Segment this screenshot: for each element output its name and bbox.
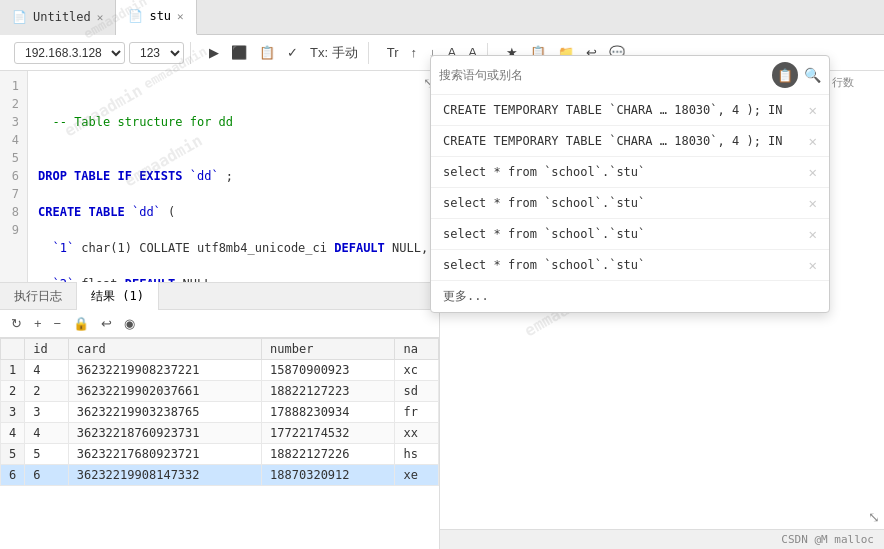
cell-number-0[interactable]: 15870900923 (262, 360, 395, 381)
cell-number-3[interactable]: 17722174532 (262, 423, 395, 444)
check-button[interactable]: ✓ (283, 43, 302, 62)
line-num-8: 8 (8, 203, 19, 221)
port-select[interactable]: 123 (129, 42, 184, 64)
tab-log-label: 执行日志 (14, 289, 62, 303)
cell-rownum-3: 4 (1, 423, 25, 444)
history-item-4[interactable]: select * from `school`.`stu` ✕ (431, 219, 829, 250)
undo-button[interactable]: ↩ (98, 314, 115, 333)
tab-label-untitled: Untitled (33, 10, 91, 24)
delete-history-3[interactable]: ✕ (809, 195, 817, 211)
cell-rownum-1: 2 (1, 381, 25, 402)
cell-number-4[interactable]: 18822127226 (262, 444, 395, 465)
delete-history-1[interactable]: ✕ (809, 133, 817, 149)
cell-id-2[interactable]: 3 (25, 402, 68, 423)
eye-button[interactable]: ◉ (121, 314, 138, 333)
code-line-7: `2` float DEFAULT NULL (38, 275, 439, 282)
cell-card-2[interactable]: 36232219903238765 (68, 402, 261, 423)
th-card[interactable]: card (68, 339, 261, 360)
tab-untitled[interactable]: 📄 Untitled ✕ (0, 0, 116, 35)
dropdown-search-input[interactable] (439, 68, 766, 82)
th-id[interactable]: id (25, 339, 68, 360)
cell-card-4[interactable]: 36232217680923721 (68, 444, 261, 465)
history-item-5[interactable]: select * from `school`.`stu` ✕ (431, 250, 829, 281)
cell-number-1[interactable]: 18822127223 (262, 381, 395, 402)
explain-button[interactable]: 📋 (255, 43, 279, 62)
result-toolbar: ↻ + − 🔒 ↩ ◉ (0, 310, 439, 338)
line-numbers: 1 2 3 4 5 6 7 8 9 (0, 71, 28, 282)
history-item-1[interactable]: CREATE TEMPORARY TABLE `CHARA … 18030`, … (431, 126, 829, 157)
table-row[interactable]: 2 2 36232219902037661 18822127223 sd (1, 381, 439, 402)
tab-close-untitled[interactable]: ✕ (97, 11, 104, 24)
stop-button[interactable]: ⬛ (227, 43, 251, 62)
cell-rownum-5: 6 (1, 465, 25, 486)
history-item-3[interactable]: select * from `school`.`stu` ✕ (431, 188, 829, 219)
table-row[interactable]: 5 5 36232217680923721 18822127226 hs (1, 444, 439, 465)
cell-id-0[interactable]: 4 (25, 360, 68, 381)
cell-card-5[interactable]: 36232219908147332 (68, 465, 261, 486)
text-button[interactable]: Tr (383, 43, 403, 62)
history-dropdown[interactable]: 📋 🔍 CREATE TEMPORARY TABLE `CHARA … 1803… (430, 55, 830, 313)
code-content[interactable]: -- Table structure for dd DROP TABLE IF … (28, 71, 439, 282)
th-na[interactable]: na (395, 339, 439, 360)
right-expand-button[interactable]: ⤡ (868, 509, 880, 525)
history-item-text-1: CREATE TEMPORARY TABLE `CHARA … 18030`, … (443, 134, 783, 148)
delete-history-0[interactable]: ✕ (809, 102, 817, 118)
line-num-2: 2 (8, 95, 19, 113)
cell-rownum-0: 1 (1, 360, 25, 381)
tab-stu[interactable]: 📄 stu ✕ (116, 0, 196, 35)
host-select[interactable]: 192.168.3.128 (14, 42, 125, 64)
cell-number-5[interactable]: 18870320912 (262, 465, 395, 486)
history-item-2[interactable]: select * from `school`.`stu` ✕ (431, 157, 829, 188)
refresh-button[interactable]: ↻ (8, 314, 25, 333)
delete-history-5[interactable]: ✕ (809, 257, 817, 273)
search-icon: 🔍 (804, 67, 821, 83)
tab-close-stu[interactable]: ✕ (177, 10, 184, 23)
line-num-6: 6 (8, 167, 19, 185)
table-row[interactable]: 3 3 36232219903238765 17888230934 fr (1, 402, 439, 423)
cell-rownum-4: 5 (1, 444, 25, 465)
table-row[interactable]: 1 4 36232219908237221 15870900923 xc (1, 360, 439, 381)
cell-id-3[interactable]: 4 (25, 423, 68, 444)
data-table-wrap[interactable]: emmaadmin emmaadmin id card number na 1 … (0, 338, 439, 549)
cell-number-2[interactable]: 17888230934 (262, 402, 395, 423)
tab-execution-log[interactable]: 执行日志 (0, 282, 77, 310)
editor-lines: 1 2 3 4 5 6 7 8 9 -- Table structure for… (0, 71, 439, 282)
cell-id-1[interactable]: 2 (25, 381, 68, 402)
table-header-row: id card number na (1, 339, 439, 360)
cell-card-0[interactable]: 36232219908237221 (68, 360, 261, 381)
table-row[interactable]: 6 6 36232219908147332 18870320912 xe (1, 465, 439, 486)
run-button[interactable]: ▶ (205, 43, 223, 62)
footer-brand: CSDN @M malloc (781, 533, 874, 546)
tx-button[interactable]: Tx: 手动 (306, 42, 362, 64)
more-history-button[interactable]: 更多... (431, 281, 829, 312)
cell-na-2[interactable]: fr (395, 402, 439, 423)
cell-na-5[interactable]: xe (395, 465, 439, 486)
dropdown-search-bar: 📋 🔍 (431, 56, 829, 95)
cell-id-4[interactable]: 5 (25, 444, 68, 465)
add-row-button[interactable]: + (31, 314, 45, 333)
cell-card-1[interactable]: 36232219902037661 (68, 381, 261, 402)
footer-bar: CSDN @M malloc (440, 529, 884, 549)
table-row[interactable]: 4 4 36232218760923731 17722174532 xx (1, 423, 439, 444)
history-item-0[interactable]: CREATE TEMPORARY TABLE `CHARA … 18030`, … (431, 95, 829, 126)
sql-editor[interactable]: emmaadmin emmaadmin 1 2 3 4 5 6 7 8 9 --… (0, 71, 439, 282)
history-icon[interactable]: 📋 (772, 62, 798, 88)
delete-history-2[interactable]: ✕ (809, 164, 817, 180)
cell-na-3[interactable]: xx (395, 423, 439, 444)
cell-na-4[interactable]: hs (395, 444, 439, 465)
tab-results[interactable]: 结果 (1) (77, 282, 159, 310)
cell-card-3[interactable]: 36232218760923731 (68, 423, 261, 444)
lock-button[interactable]: 🔒 (70, 314, 92, 333)
cell-id-5[interactable]: 6 (25, 465, 68, 486)
delete-history-4[interactable]: ✕ (809, 226, 817, 242)
th-number[interactable]: number (262, 339, 395, 360)
cell-na-0[interactable]: xc (395, 360, 439, 381)
tab-label-stu: stu (149, 9, 171, 23)
line-num-9: 9 (8, 221, 19, 239)
delete-row-button[interactable]: − (51, 314, 65, 333)
font-up-button[interactable]: ↑ (406, 43, 421, 62)
history-item-text-3: select * from `school`.`stu` (443, 196, 645, 210)
cell-rownum-2: 3 (1, 402, 25, 423)
history-item-text-0: CREATE TEMPORARY TABLE `CHARA … 18030`, … (443, 103, 783, 117)
cell-na-1[interactable]: sd (395, 381, 439, 402)
